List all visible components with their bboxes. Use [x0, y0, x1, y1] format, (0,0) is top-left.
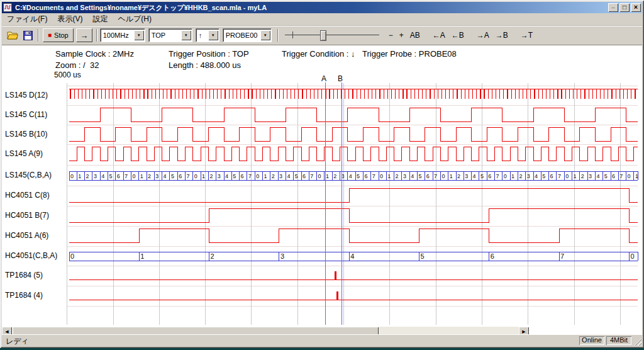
zoom-in-button[interactable]: + — [397, 28, 406, 42]
stop-icon: ■ — [48, 32, 52, 38]
time-scale-label: 5000 us — [54, 71, 81, 79]
menu-item-view[interactable]: 表示(V) — [52, 13, 87, 26]
title-bar[interactable]: C:¥Documents and Settings¥noname¥デスクトップ¥… — [2, 2, 642, 13]
status-memory: 4MBit — [606, 336, 631, 345]
sample-rate-dropdown-button[interactable]: ▼ — [134, 30, 144, 40]
channel-label: LS145 B(10) — [5, 130, 47, 138]
minimize-icon: _ — [611, 3, 614, 9]
zoom-out-button[interactable]: − — [386, 28, 396, 42]
ab-cursor-button[interactable]: AB — [408, 28, 423, 42]
folder-open-icon — [7, 31, 18, 40]
stop-button[interactable]: ■ Stop — [43, 28, 74, 42]
run-button[interactable]: → — [76, 28, 92, 42]
menu-item-file[interactable]: ファイル(F) — [2, 13, 52, 26]
channel-label: HC4051 C(8) — [5, 191, 50, 200]
menu-item-help[interactable]: ヘルプ(H) — [113, 13, 157, 26]
trigger-probe-dropdown-button[interactable]: ▼ — [260, 30, 270, 40]
trigger-edge-select[interactable]: ↑ ▼ — [196, 28, 219, 42]
application-window: C:¥Documents and Settings¥noname¥デスクトップ¥… — [0, 0, 644, 348]
trigger-probe-text: Trigger Probe : PROBE08 — [362, 49, 457, 59]
stop-label: Stop — [54, 31, 69, 39]
sample-rate-value: 100MHz — [101, 31, 134, 39]
chevron-down-icon: ▼ — [137, 33, 141, 37]
screen: C:¥Documents and Settings¥noname¥デスクトップ¥… — [0, 0, 644, 350]
move-b-right-button[interactable]: →B — [493, 28, 511, 42]
trigger-position-dropdown-button[interactable]: ▼ — [181, 30, 191, 40]
channel-label: HC4051 B(7) — [5, 211, 49, 220]
resize-grip-icon[interactable] — [633, 337, 641, 346]
channel-label: HC4051 A(6) — [5, 231, 48, 240]
trigger-probe-value: PROBE00 — [223, 31, 260, 39]
window-controls: _ □ × — [608, 3, 641, 12]
waveform-area — [2, 44, 642, 336]
channel-label: LS145 C(11) — [5, 110, 47, 119]
status-message: レディ — [6, 336, 29, 347]
open-button[interactable] — [5, 28, 20, 42]
chevron-down-icon: ▼ — [264, 33, 267, 37]
toolbar-separator — [38, 29, 39, 42]
length-text: Length : 488.000 us — [169, 60, 241, 70]
maximize-icon: □ — [623, 4, 626, 11]
move-a-left-button[interactable]: ←A — [430, 28, 448, 42]
channel-label: TP1684 (5) — [5, 271, 43, 279]
status-online: Online — [579, 336, 604, 345]
menu-bar: ファイル(F) 表示(V) 設定 ヘルプ(H) — [2, 13, 642, 25]
channel-label: HC4051(C,B,A) — [5, 251, 57, 260]
maximize-button[interactable]: □ — [619, 3, 630, 12]
sample-clock-text: Sample Clock : 2MHz — [55, 49, 134, 59]
chevron-down-icon: ▼ — [184, 33, 188, 37]
channel-label: LS145 A(9) — [5, 149, 43, 158]
channel-label: LS145 D(12) — [5, 91, 48, 99]
menu-item-settings[interactable]: 設定 — [87, 13, 113, 26]
trigger-position-select[interactable]: TOP ▼ — [148, 28, 192, 42]
channel-label: TP1684 (4) — [5, 291, 43, 300]
floppy-icon — [23, 31, 33, 40]
toolbar: ■ Stop → 100MHz ▼ TOP ▼ ↑ ▼ PROBE00 ▼ — [2, 25, 642, 45]
trigger-position-value: TOP — [149, 31, 181, 39]
zoom-slider[interactable] — [285, 28, 379, 42]
minimize-button[interactable]: _ — [608, 3, 618, 12]
close-icon: × — [634, 3, 638, 11]
sample-rate-select[interactable]: 100MHz ▼ — [100, 28, 145, 42]
slider-track — [285, 35, 379, 35]
trigger-probe-select[interactable]: PROBE00 ▼ — [223, 28, 272, 42]
save-button[interactable] — [20, 28, 35, 42]
scroll-left-icon: ◀ — [5, 329, 8, 334]
close-button[interactable]: × — [631, 3, 641, 12]
toolbar-separator — [277, 29, 279, 42]
app-icon — [3, 3, 13, 12]
trigger-edge-dropdown-button[interactable]: ▼ — [208, 30, 218, 40]
move-to-trigger-button[interactable]: →T — [518, 28, 535, 42]
channel-label: LS145(C,B,A) — [5, 171, 52, 179]
toolbar-separator — [96, 29, 97, 42]
status-bar: レディ Online 4MBit — [2, 334, 642, 346]
chevron-down-icon: ▼ — [211, 33, 215, 37]
move-a-right-button[interactable]: →A — [474, 28, 492, 42]
zoom-text: Zoom : / 32 — [55, 60, 99, 70]
zoom-slider-thumb[interactable] — [320, 30, 326, 41]
trigger-position-text: Trigger Position : TOP — [169, 49, 249, 59]
trigger-condition-text: Trigger Condition : ↓ — [282, 49, 355, 59]
window-title: C:¥Documents and Settings¥noname¥デスクトップ¥… — [15, 3, 608, 13]
move-b-left-button[interactable]: ←B — [449, 28, 467, 42]
scroll-right-icon: ▶ — [522, 329, 525, 334]
trigger-edge-value: ↑ — [196, 31, 208, 39]
